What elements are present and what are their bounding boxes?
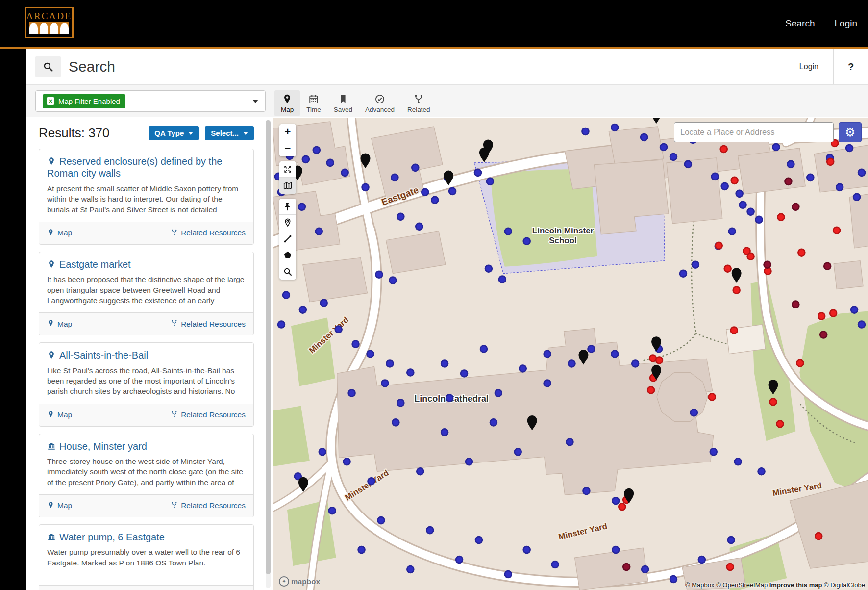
result-related-resources-link[interactable]: Related Resources (171, 501, 246, 511)
select-dropdown[interactable]: Select... (205, 126, 254, 140)
result-dot-blue[interactable] (515, 448, 521, 455)
scrollbar-thumb[interactable] (266, 120, 271, 574)
result-dot-blue[interactable] (505, 228, 512, 235)
result-dot-blue[interactable] (283, 292, 290, 299)
result-dot-dark-red[interactable] (792, 204, 799, 210)
result-dot-blue[interactable] (588, 346, 595, 353)
result-map-link[interactable]: Map (47, 410, 72, 420)
result-related-resources-link[interactable]: Related Resources (171, 229, 246, 238)
result-dot-blue[interactable] (299, 307, 306, 313)
result-dot-blue[interactable] (736, 190, 743, 197)
result-dot-red[interactable] (733, 287, 740, 294)
result-dot-blue[interactable] (417, 468, 423, 475)
result-dot-red[interactable] (827, 158, 834, 165)
result-dot-blue[interactable] (582, 128, 589, 135)
result-dot-blue[interactable] (685, 161, 692, 168)
result-dot-blue[interactable] (389, 277, 396, 284)
map-filter-badge[interactable]: ✕ Map Filter Enabled (43, 94, 125, 108)
result-dot-blue[interactable] (485, 265, 492, 272)
result-dot-blue[interactable] (729, 228, 736, 235)
result-dot-blue[interactable] (487, 178, 494, 185)
result-dot-blue[interactable] (278, 321, 285, 328)
result-map-link[interactable]: Map (47, 319, 72, 329)
result-dot-red[interactable] (731, 177, 738, 184)
result-dot-blue[interactable] (449, 188, 456, 195)
tab-time[interactable]: Time (300, 90, 327, 116)
zoom-out-button[interactable]: − (279, 140, 296, 156)
result-dot-blue[interactable] (632, 360, 639, 367)
result-dot-blue[interactable] (858, 321, 865, 328)
draw-polygon-button[interactable] (279, 247, 296, 263)
zoom-in-button[interactable]: + (279, 124, 296, 140)
result-dot-blue[interactable] (335, 326, 342, 333)
result-dot-red[interactable] (815, 533, 822, 539)
arcade-logo[interactable]: ARCADE (25, 7, 74, 38)
result-dot-blue[interactable] (505, 571, 512, 578)
result-dot-blue[interactable] (426, 527, 433, 534)
result-map-link[interactable]: Map (47, 501, 72, 511)
result-dot-blue[interactable] (412, 164, 419, 171)
result-dot-dark-red[interactable] (623, 564, 630, 570)
tab-saved[interactable]: Saved (327, 90, 359, 116)
result-dot-red[interactable] (776, 420, 783, 427)
expand-button[interactable] (279, 161, 296, 178)
result-dot-red[interactable] (833, 227, 840, 234)
result-dot-blue[interactable] (446, 394, 453, 401)
result-dot-blue[interactable] (611, 351, 618, 358)
search-input[interactable] (69, 58, 510, 75)
result-dot-blue[interactable] (642, 566, 648, 573)
result-related-resources-link[interactable]: Related Resources (171, 319, 246, 329)
result-dot-blue[interactable] (386, 360, 393, 367)
result-dot-blue[interactable] (747, 208, 754, 215)
result-dot-blue[interactable] (407, 369, 414, 376)
result-dot-blue[interactable] (302, 156, 309, 163)
result-dot-blue[interactable] (520, 365, 526, 372)
pushpin-button[interactable] (279, 199, 296, 215)
nav-search-link[interactable]: Search (785, 18, 815, 29)
result-dot-blue[interactable] (611, 124, 618, 131)
result-dot-blue[interactable] (836, 184, 843, 191)
dismiss-filter-icon[interactable]: ✕ (47, 97, 54, 105)
result-dot-blue[interactable] (362, 184, 369, 191)
result-title-link[interactable]: House, Minster yard (47, 440, 246, 452)
map-book-button[interactable] (279, 178, 296, 194)
result-dot-blue[interactable] (710, 448, 717, 455)
result-dot-dark-red[interactable] (824, 263, 831, 270)
result-dot-blue[interactable] (480, 346, 487, 353)
result-title-link[interactable]: All-Saints-in-the-Bail (47, 349, 246, 361)
result-dot-blue[interactable] (313, 147, 320, 154)
tab-related[interactable]: Related (401, 90, 437, 116)
result-dot-blue[interactable] (495, 389, 502, 396)
result-dot-blue[interactable] (475, 537, 482, 543)
map-canvas[interactable]: EastgateMinster YardMinster YardMinster … (273, 118, 868, 590)
result-dot-blue[interactable] (612, 546, 619, 553)
result-dot-blue[interactable] (474, 169, 481, 176)
help-button[interactable]: ? (834, 61, 868, 73)
result-related-resources-link[interactable]: Related Resources (171, 410, 246, 420)
search-button[interactable] (35, 56, 61, 77)
result-dot-blue[interactable] (740, 202, 746, 208)
result-dot-blue[interactable] (466, 458, 472, 465)
result-dot-blue[interactable] (422, 189, 428, 196)
result-dot-blue[interactable] (851, 307, 858, 313)
result-dot-blue[interactable] (846, 145, 853, 152)
result-dot-blue[interactable] (712, 173, 719, 180)
result-dot-blue[interactable] (641, 134, 647, 141)
result-dot-blue[interactable] (698, 556, 705, 563)
result-dot-red[interactable] (724, 265, 731, 272)
map-filter-select[interactable]: ✕ Map Filter Enabled (35, 90, 266, 112)
map-search-button[interactable] (279, 263, 296, 280)
result-dot-blue[interactable] (735, 458, 742, 465)
result-dot-red[interactable] (709, 393, 716, 400)
result-dot-red[interactable] (647, 386, 654, 393)
result-dot-blue[interactable] (612, 497, 619, 504)
result-dot-blue[interactable] (431, 197, 438, 204)
result-dot-blue[interactable] (461, 370, 468, 377)
result-dot-blue[interactable] (441, 429, 448, 436)
qa-type-dropdown[interactable]: QA Type (149, 126, 199, 140)
result-dot-blue[interactable] (327, 159, 334, 166)
result-dot-red[interactable] (720, 146, 727, 153)
locate-marker-button[interactable] (279, 215, 296, 231)
result-dot-blue[interactable] (758, 468, 765, 475)
result-dot-blue[interactable] (858, 169, 865, 176)
